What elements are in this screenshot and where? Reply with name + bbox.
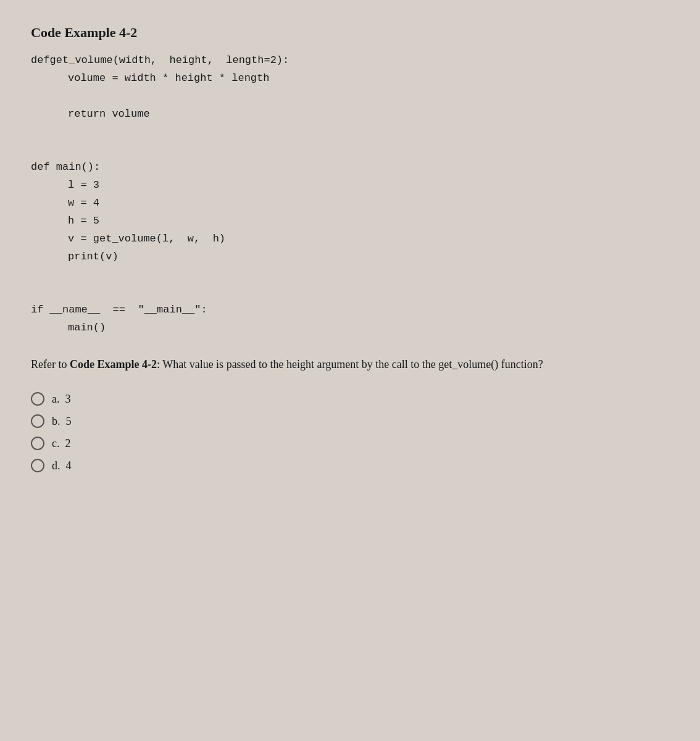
option-b[interactable]: b. 5 — [31, 414, 669, 428]
radio-b[interactable] — [31, 414, 44, 428]
option-c-label: c. 2 — [52, 437, 71, 450]
page-title: Code Example 4-2 — [31, 25, 669, 41]
option-d-label: d. 4 — [52, 459, 72, 472]
options-list: a. 3 b. 5 c. 2 d. 4 — [31, 392, 669, 472]
code-block: def‍get_volume(width, height, length=2):… — [31, 52, 669, 337]
option-a[interactable]: a. 3 — [31, 392, 669, 406]
question-bold: Code Example 4-2 — [70, 358, 157, 371]
radio-d[interactable] — [31, 459, 44, 472]
radio-a[interactable] — [31, 392, 44, 406]
radio-c[interactable] — [31, 437, 44, 450]
option-d[interactable]: d. 4 — [31, 459, 669, 472]
question-text: Refer to Code Example 4-2: What value is… — [31, 356, 669, 374]
option-c[interactable]: c. 2 — [31, 437, 669, 450]
option-b-label: b. 5 — [52, 415, 72, 428]
option-a-label: a. 3 — [52, 393, 71, 406]
